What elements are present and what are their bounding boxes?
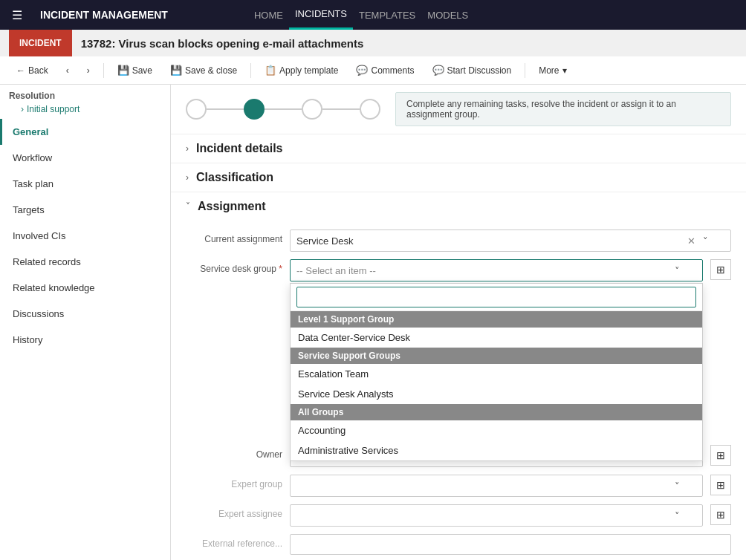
sidebar-item-discussions[interactable]: Discussions xyxy=(0,301,170,327)
service-desk-group-table-icon[interactable]: ⊞ xyxy=(710,259,731,280)
sidebar-item-related-knowledge[interactable]: Related knowledge xyxy=(0,275,170,301)
progress-note: Complete any remaining tasks, resolve th… xyxy=(395,92,731,126)
dropdown-item-datacenter[interactable]: Data Center-Service Desk xyxy=(291,328,702,348)
hamburger-icon[interactable]: ☰ xyxy=(12,8,22,22)
expert-group-label: Expert group xyxy=(186,475,282,489)
expert-assignee-label: Expert assignee xyxy=(186,504,282,519)
external-reference-control xyxy=(290,534,731,555)
step-2 xyxy=(244,99,265,120)
dropdown-group-all: All Groups xyxy=(291,404,702,420)
sidebar-item-history[interactable]: History xyxy=(0,327,170,353)
sidebar: Resolution › Initial support General Wor… xyxy=(0,85,171,560)
dropdown-arrow-icon: ˅ xyxy=(675,481,680,492)
sidebar-item-related-records[interactable]: Related records xyxy=(0,249,170,275)
expert-assignee-control: ˅ xyxy=(290,504,703,527)
sep3 xyxy=(525,63,525,78)
save-close-icon: 💾 xyxy=(170,65,182,76)
step-1 xyxy=(186,99,207,120)
sidebar-item-task-plan[interactable]: Task plan xyxy=(0,171,170,197)
save-close-button[interactable]: 💾 Save & close xyxy=(163,62,244,79)
expert-group-control: ˅ xyxy=(290,475,703,497)
nav-templates[interactable]: TEMPLATES xyxy=(353,0,421,30)
expert-assignee-table-icon[interactable]: ⊞ xyxy=(710,504,731,525)
back-button[interactable]: ← Back xyxy=(9,62,56,79)
expert-group-row: Expert group ˅ ⊞ xyxy=(186,475,731,497)
toolbar: ← Back ‹ › 💾 Save 💾 Save & close 📋 Apply… xyxy=(0,56,746,85)
sidebar-item-targets[interactable]: Targets xyxy=(0,197,170,223)
dropdown-item-admin-services[interactable]: Administrative Services xyxy=(291,440,702,460)
expert-group-select[interactable]: ˅ xyxy=(290,475,703,497)
sidebar-resolution-section: Resolution › Initial support xyxy=(0,85,170,119)
start-discussion-button[interactable]: 💬 Start Discussion xyxy=(425,62,519,79)
content-area: Complete any remaining tasks, resolve th… xyxy=(171,85,746,560)
current-assignment-select[interactable]: Service Desk ✕ ˅ xyxy=(290,229,731,252)
sep1 xyxy=(103,63,104,78)
next-icon: › xyxy=(87,65,90,76)
table-icon: ⊞ xyxy=(716,509,725,521)
external-reference-label: External reference... xyxy=(186,534,282,549)
sidebar-item-involved-cis[interactable]: Involved CIs xyxy=(0,223,170,249)
dropdown-group-level1: Level 1 Support Group xyxy=(291,311,702,328)
step-line-1 xyxy=(207,108,244,110)
incident-badge: INCIDENT xyxy=(9,30,72,56)
current-assignment-control: Service Desk ✕ ˅ xyxy=(290,229,731,252)
nav-incidents[interactable]: INCIDENTS xyxy=(289,0,353,30)
save-button[interactable]: 💾 Save xyxy=(110,62,160,79)
comments-button[interactable]: 💬 Comments xyxy=(348,62,421,79)
external-reference-input[interactable] xyxy=(290,534,731,555)
section-assignment-header[interactable]: ˅ Assignment xyxy=(171,192,746,221)
dropdown-item-analysts[interactable]: Service Desk Analysts xyxy=(291,384,702,404)
clear-assignment-icon[interactable]: ✕ xyxy=(687,235,695,247)
sidebar-item-workflow[interactable]: Workflow xyxy=(0,145,170,171)
service-desk-group-select[interactable]: -- Select an item -- ˅ xyxy=(290,259,703,281)
apply-template-button[interactable]: 📋 Apply template xyxy=(257,62,346,79)
progress-section: Complete any remaining tasks, resolve th… xyxy=(171,85,746,134)
owner-table-icon[interactable]: ⊞ xyxy=(710,445,731,466)
chevron-right-icon: › xyxy=(186,172,189,183)
expert-group-table-icon[interactable]: ⊞ xyxy=(710,475,731,495)
service-desk-group-row: Service desk group -- Select an item -- … xyxy=(186,259,731,281)
step-line-2 xyxy=(265,108,302,110)
table-icon: ⊞ xyxy=(716,264,725,276)
nav-home[interactable]: HOME xyxy=(248,0,289,30)
dropdown-search-input[interactable] xyxy=(296,287,696,307)
service-desk-group-label: Service desk group xyxy=(186,259,282,274)
service-desk-group-dropdown: Level 1 Support Group Data Center-Servic… xyxy=(290,283,703,461)
current-assignment-label: Current assignment xyxy=(186,229,282,244)
dropdown-group-service-support: Service Support Groups xyxy=(291,348,702,364)
next-button[interactable]: › xyxy=(80,62,97,79)
section-classification[interactable]: › Classification xyxy=(171,163,746,192)
dropdown-item-escalation[interactable]: Escalation Team xyxy=(291,364,702,384)
chevron-right-icon: › xyxy=(21,104,24,114)
prev-button[interactable]: ‹ xyxy=(59,62,77,79)
step-3 xyxy=(302,99,322,120)
service-desk-group-control: -- Select an item -- ˅ Level 1 Support G… xyxy=(290,259,703,281)
save-icon: 💾 xyxy=(117,65,129,76)
chevron-right-icon: › xyxy=(186,143,189,154)
progress-steps xyxy=(186,99,380,120)
start-discussion-icon: 💬 xyxy=(432,65,444,76)
more-button[interactable]: More ▾ xyxy=(531,62,574,79)
dropdown-arrow-icon: ˅ xyxy=(675,265,680,276)
back-arrow-icon: ← xyxy=(16,65,25,76)
dropdown-item-accounting[interactable]: Accounting xyxy=(291,420,702,440)
table-icon: ⊞ xyxy=(716,449,725,461)
dropdown-arrow-icon: ˅ xyxy=(675,510,680,521)
external-reference-row: External reference... xyxy=(186,534,731,555)
expert-assignee-select[interactable]: ˅ xyxy=(290,504,703,527)
top-nav: ☰ INCIDENT MANAGEMENT HOME INCIDENTS TEM… xyxy=(0,0,746,30)
assignment-body: Current assignment Service Desk ✕ ˅ Serv… xyxy=(171,221,746,560)
current-assignment-row: Current assignment Service Desk ✕ ˅ xyxy=(186,229,731,252)
apply-template-icon: 📋 xyxy=(265,65,276,76)
expert-assignee-row: Expert assignee ˅ ⊞ xyxy=(186,504,731,527)
step-line-3 xyxy=(322,108,360,110)
breadcrumb-title: 13782: Virus scan blocks opening e-mail … xyxy=(81,37,364,50)
sep2 xyxy=(250,63,251,78)
prev-icon: ‹ xyxy=(66,65,69,76)
more-chevron-icon: ▾ xyxy=(562,65,567,76)
section-incident-details[interactable]: › Incident details xyxy=(171,134,746,163)
sidebar-item-general[interactable]: General xyxy=(0,119,170,145)
nav-models[interactable]: MODELS xyxy=(421,0,474,30)
table-icon: ⊞ xyxy=(716,479,725,491)
sidebar-initial-support[interactable]: › Initial support xyxy=(9,102,161,116)
